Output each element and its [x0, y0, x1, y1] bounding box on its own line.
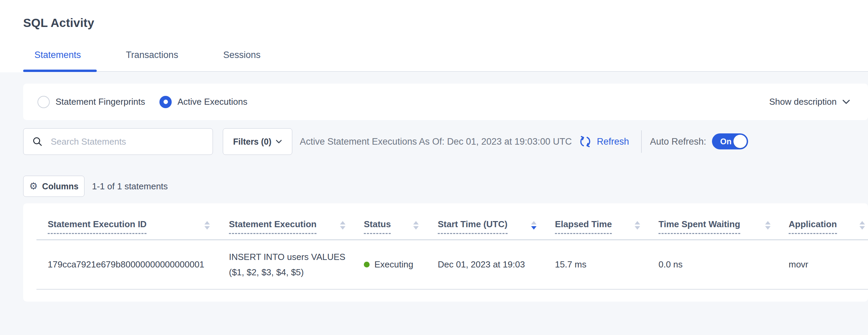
columns-button-label: Columns [42, 181, 79, 191]
page-header: SQL Activity Statements Transactions Ses… [0, 0, 868, 72]
radio-unselected-icon [37, 96, 50, 108]
column-header-application[interactable]: Application [789, 219, 837, 234]
auto-refresh-toggle[interactable]: On [712, 133, 748, 149]
search-icon [32, 136, 43, 147]
view-mode-card: Statement Fingerprints Active Executions… [23, 84, 868, 120]
refresh-label: Refresh [597, 136, 629, 147]
sort-icon[interactable] [765, 221, 771, 230]
tab-bar-divider [23, 71, 868, 72]
radio-label: Statement Fingerprints [56, 97, 145, 107]
active-tab-underline [23, 70, 97, 72]
sort-icon[interactable] [635, 221, 640, 230]
filters-button[interactable]: Filters (0) [223, 128, 292, 155]
column-header-statement-execution-id[interactable]: Statement Execution ID [48, 219, 146, 234]
radio-selected-icon [159, 96, 172, 108]
tab-statements[interactable]: Statements [23, 50, 92, 60]
toggle-knob [733, 135, 747, 148]
column-header-time-spent-waiting[interactable]: Time Spent Waiting [658, 219, 740, 234]
search-input-wrapper [23, 128, 213, 155]
tab-bar: Statements Transactions Sessions [23, 50, 272, 60]
cell-application: movr [789, 240, 808, 289]
tab-sessions[interactable]: Sessions [212, 50, 272, 60]
radio-active-executions[interactable]: Active Executions [159, 96, 247, 108]
sort-icon-active-desc[interactable] [531, 221, 537, 230]
chevron-down-icon [842, 99, 850, 105]
filters-label: Filters (0) [233, 137, 272, 147]
column-header-statement-execution[interactable]: Statement Execution [229, 219, 316, 234]
cell-elapsed-time: 15.7 ms [555, 240, 587, 289]
sort-icon[interactable] [204, 221, 210, 230]
cell-execution-id[interactable]: 179cca7921e679b80000000000000001 [48, 240, 204, 289]
column-header-elapsed-time[interactable]: Elapsed Time [555, 219, 612, 234]
gear-icon: ⚙ [29, 181, 37, 191]
show-description-toggle[interactable]: Show description [769, 84, 850, 120]
radio-label: Active Executions [177, 97, 247, 107]
search-input[interactable] [50, 136, 213, 147]
status-dot-icon [364, 262, 370, 267]
column-header-status[interactable]: Status [364, 219, 391, 234]
sort-icon[interactable] [340, 221, 345, 230]
chevron-down-icon [276, 140, 282, 144]
column-header-start-time[interactable]: Start Time (UTC) [438, 219, 508, 234]
statements-table: Statement Execution ID Statement Executi… [23, 203, 868, 302]
toolbar-divider [641, 130, 642, 153]
cell-statement: INSERT INTO users VALUES ($1, $2, $3, $4… [229, 240, 346, 289]
tab-transactions[interactable]: Transactions [115, 50, 190, 60]
auto-refresh-label: Auto Refresh: [650, 128, 706, 155]
page-title: SQL Activity [23, 16, 94, 30]
toolbar: Filters (0) Active Statement Executions … [23, 128, 868, 155]
cell-status: Executing [364, 240, 413, 289]
refresh-icon [578, 135, 592, 148]
sql-activity-page: SQL Activity Statements Transactions Ses… [0, 0, 868, 335]
table-controls: ⚙ Columns 1-1 of 1 statements [23, 176, 868, 197]
results-count: 1-1 of 1 statements [92, 176, 168, 197]
toggle-state-label: On [720, 133, 731, 149]
cell-start-time: Dec 01, 2023 at 19:03 [438, 240, 525, 289]
table-row-divider [36, 289, 868, 290]
show-description-label: Show description [769, 97, 837, 107]
sort-icon[interactable] [413, 221, 419, 230]
radio-statement-fingerprints[interactable]: Statement Fingerprints [37, 96, 145, 108]
sort-icon[interactable] [859, 221, 865, 230]
status-label: Executing [374, 259, 413, 270]
columns-button[interactable]: ⚙ Columns [23, 176, 84, 197]
as-of-text: Active Statement Executions As Of: Dec 0… [300, 128, 572, 155]
refresh-button[interactable]: Refresh [578, 128, 629, 155]
cell-time-spent-waiting: 0.0 ns [658, 240, 683, 289]
